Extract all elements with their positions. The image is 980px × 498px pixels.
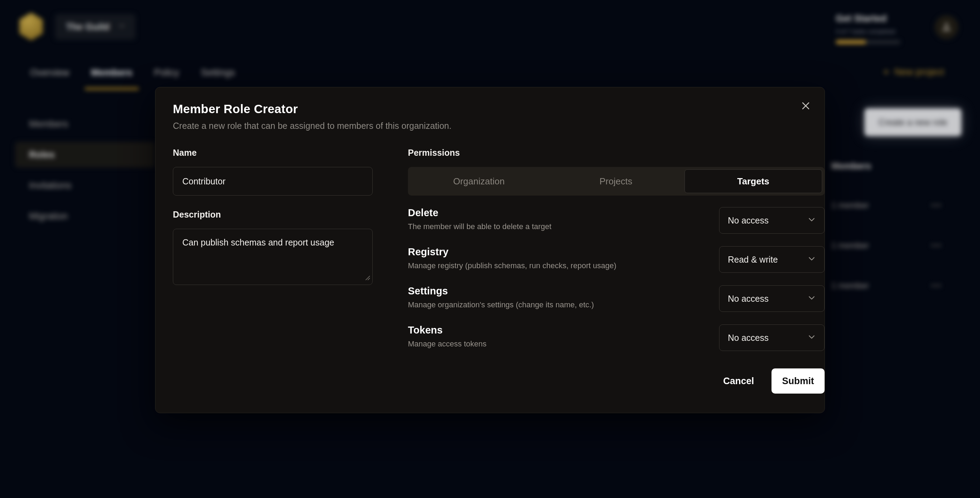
permission-row-delete: Delete The member will be able to delete… (408, 207, 824, 234)
registry-access-select[interactable]: Read & write (719, 246, 824, 273)
close-button[interactable] (799, 99, 813, 113)
cancel-button[interactable]: Cancel (723, 376, 754, 387)
permission-description: Manage organization's settings (change i… (408, 300, 594, 309)
description-textarea[interactable]: Can publish schemas and report usage (173, 229, 373, 285)
chevron-down-icon (807, 332, 816, 343)
modal-subtitle: Create a new role that can be assigned t… (173, 121, 807, 131)
permissions-label: Permissions (408, 148, 824, 158)
tab-targets[interactable]: Targets (684, 169, 822, 193)
description-label: Description (173, 210, 373, 220)
tokens-access-select[interactable]: No access (719, 325, 824, 351)
permissions-tabbar: Organization Projects Targets (408, 167, 824, 196)
permission-title: Delete (408, 207, 552, 219)
permission-title: Tokens (408, 325, 487, 336)
chevron-down-icon (807, 215, 816, 226)
select-value: No access (728, 333, 769, 343)
name-label: Name (173, 148, 373, 158)
tab-projects[interactable]: Projects (547, 169, 684, 193)
submit-button[interactable]: Submit (772, 368, 824, 394)
select-value: Read & write (728, 255, 778, 265)
permission-row-tokens: Tokens Manage access tokens No access (408, 325, 824, 351)
tab-organization[interactable]: Organization (410, 169, 547, 193)
permission-description: Manage registry (publish schemas, run ch… (408, 261, 616, 270)
settings-access-select[interactable]: No access (719, 285, 824, 312)
select-value: No access (728, 294, 769, 304)
select-value: No access (728, 215, 769, 226)
permission-title: Settings (408, 285, 594, 297)
name-input[interactable] (173, 167, 373, 196)
delete-access-select[interactable]: No access (719, 207, 824, 234)
member-role-creator-modal: Member Role Creator Create a new role th… (155, 87, 825, 413)
permission-row-settings: Settings Manage organization's settings … (408, 285, 824, 312)
permission-title: Registry (408, 246, 616, 258)
permission-description: The member will be able to delete a targ… (408, 222, 552, 231)
chevron-down-icon (807, 254, 816, 265)
close-icon (800, 100, 811, 112)
permission-description: Manage access tokens (408, 339, 487, 348)
permission-row-registry: Registry Manage registry (publish schema… (408, 246, 824, 273)
chevron-down-icon (807, 293, 816, 304)
modal-title: Member Role Creator (173, 102, 807, 116)
